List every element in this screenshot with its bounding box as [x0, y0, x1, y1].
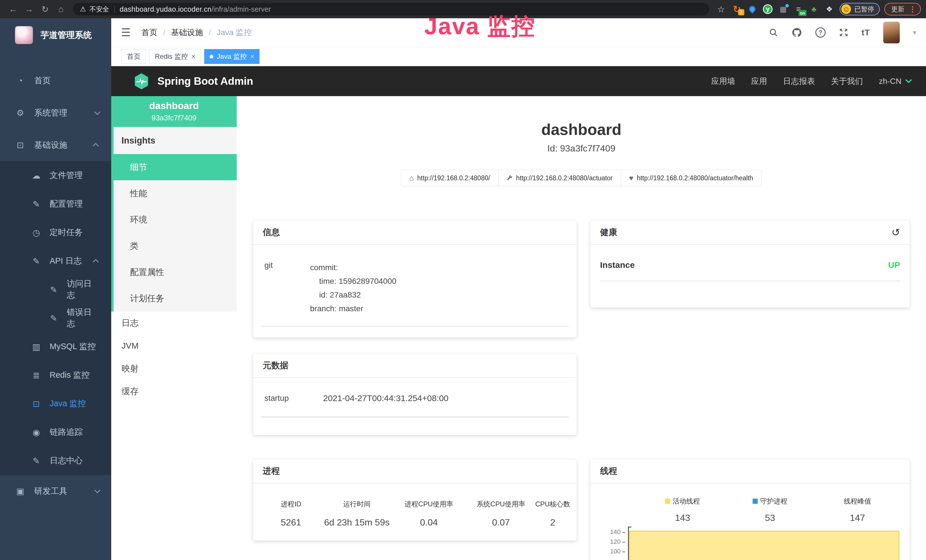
threads-values: 143 53 147 — [639, 513, 901, 523]
close-icon[interactable]: × — [250, 53, 254, 60]
sba-nav-about[interactable]: 关于我们 — [831, 76, 863, 87]
sba-menu-loggers[interactable]: 日志 — [111, 312, 237, 334]
sidebar-item-error-logs[interactable]: ✎ 错误日志 — [0, 304, 111, 332]
sba-menu-classes[interactable]: 类 — [113, 233, 237, 259]
sidebar-item-java-monitor[interactable]: ⊡ Java 监控 — [0, 389, 111, 418]
sprout-extension-icon[interactable]: ♣ — [809, 4, 819, 14]
actuator-url-button[interactable]: http://192.168.0.2:48080/actuator — [498, 170, 621, 186]
sidebar-item-home[interactable]: ◔ 首页 — [0, 65, 111, 97]
legend-peak-threads: 线程峰值 — [814, 496, 901, 506]
health-instance-row[interactable]: Instance UP — [600, 260, 900, 281]
tab-home[interactable]: 首页 — [121, 49, 146, 64]
chevron-down-icon — [94, 109, 100, 115]
spring-boot-admin-logo — [133, 73, 150, 90]
sidebar-item-log-center[interactable]: ✎ 日志中心 — [0, 446, 111, 475]
font-size-icon[interactable]: tT — [861, 28, 870, 37]
sidebar-item-scheduled-tasks[interactable]: ◷ 定时任务 — [0, 218, 111, 247]
sba-main-content: dashboard Id: 93a3fc7f7409 ⌂ http://192.… — [237, 96, 926, 560]
metadata-card: 元数据 startup 2021-04-27T00:44:31.254+08:0… — [253, 354, 576, 435]
sba-menu-jvm[interactable]: JVM — [111, 334, 237, 357]
sba-brand[interactable]: Spring Boot Admin — [157, 75, 253, 87]
security-warning-icon[interactable]: ⚠ — [80, 5, 86, 13]
sidebar-item-infrastructure[interactable]: ⊡ 基础设施 — [0, 129, 111, 161]
breadcrumb-infrastructure[interactable]: 基础设施 — [171, 27, 203, 38]
sba-nav-journal[interactable]: 日志报表 — [783, 76, 815, 87]
chevron-up-icon — [93, 143, 99, 149]
col-header-process-cpu: 进程CPU使用率 — [390, 499, 468, 509]
tab-redis-monitor[interactable]: Redis 监控 × — [150, 49, 201, 64]
github-icon[interactable] — [791, 27, 802, 38]
extension-count-badge: 1 — [738, 9, 744, 15]
y-extension-icon[interactable]: y — [763, 4, 773, 14]
edit-icon: ✎ — [30, 199, 43, 209]
breadcrumb-home[interactable]: 首页 — [141, 27, 157, 38]
sidebar-item-trace[interactable]: ◉ 链路追踪 — [0, 418, 111, 446]
sba-section-insights: Insights — [113, 127, 237, 154]
sba-menu-mappings[interactable]: 映射 — [111, 357, 237, 380]
value-uptime: 6d 23h 15m 59s — [324, 517, 390, 528]
fullscreen-icon[interactable] — [839, 28, 849, 37]
refresh-extension-icon[interactable]: ↻ 1 — [732, 4, 742, 14]
document-edit-icon: ✎ — [47, 313, 60, 323]
forward-icon[interactable]: → — [21, 4, 37, 14]
grid-extension-icon[interactable]: ▦ — [778, 4, 788, 14]
chrome-update-button[interactable]: 更新 ⋮ — [884, 3, 921, 15]
history-icon[interactable]: ↺ — [891, 227, 900, 239]
sba-menu-details[interactable]: 细节 — [113, 154, 237, 180]
search-icon[interactable] — [769, 28, 778, 37]
col-header-uptime: 运行时间 — [324, 499, 390, 509]
cloud-upload-icon: ☁ — [30, 171, 43, 180]
page-title: dashboard — [237, 120, 926, 139]
health-card-title: 健康 — [600, 227, 617, 238]
sba-menu-scheduled-tasks[interactable]: 计划任务 — [113, 285, 237, 312]
tab-java-monitor[interactable]: Java 监控 × — [204, 49, 260, 64]
document-edit-icon: ✎ — [30, 456, 43, 466]
sba-menu-environment[interactable]: 环境 — [113, 207, 237, 233]
eye-icon: ◉ — [30, 427, 43, 437]
address-bar[interactable]: ⚠ 不安全 dashboard.yudao.iocoder.cn /infra/… — [73, 3, 709, 15]
browser-home-icon[interactable]: ⌂ — [53, 4, 69, 14]
bookmark-star-icon[interactable]: ☆ — [717, 4, 725, 14]
health-url-button[interactable]: ♥ http://192.168.0.2:48080/actuator/heal… — [621, 170, 761, 186]
sba-menu-caches[interactable]: 缓存 — [111, 380, 237, 403]
profile-paused-label: 已暂停 — [855, 5, 874, 14]
sidebar-item-access-logs[interactable]: ✎ 访问日志 — [0, 275, 111, 304]
extension-on-badge: on — [799, 10, 806, 16]
sidebar-item-config-management[interactable]: ✎ 配置管理 — [0, 190, 111, 218]
sidebar-item-file-management[interactable]: ☁ 文件管理 — [0, 161, 111, 190]
switch-extension-icon[interactable]: ≡ on — [793, 4, 803, 14]
sba-menu-config-props[interactable]: 配置属性 — [113, 259, 237, 285]
help-icon[interactable]: ? — [816, 27, 826, 38]
sidebar-item-mysql-monitor[interactable]: ▥ MySQL 监控 — [0, 332, 111, 361]
sidebar-item-redis-monitor[interactable]: ≣ Redis 监控 — [0, 361, 111, 389]
security-label: 不安全 — [89, 5, 109, 14]
sba-menu-metrics[interactable]: 性能 — [113, 180, 237, 207]
sidebar-item-system-management[interactable]: ⚙ 系统管理 — [0, 97, 111, 129]
sidebar-item-api-logs[interactable]: ✎ API 日志 — [0, 247, 111, 275]
y-tick-100: 100 — [607, 548, 625, 555]
instance-id-line: Id: 93a3fc7f7409 — [237, 143, 926, 154]
extensions-puzzle-icon[interactable]: ❖ — [824, 4, 834, 14]
pin-extension-icon[interactable] — [747, 4, 758, 14]
sba-nav-wallboard[interactable]: 应用墙 — [711, 76, 735, 87]
instance-url-group: ⌂ http://192.168.0.2:48080/ http://192.1… — [237, 170, 926, 186]
sba-instance-header[interactable]: dashboard 93a3fc7f7409 — [111, 96, 237, 127]
app-logo-row[interactable]: 芋道管理系统 — [0, 18, 111, 52]
sba-nav-applications[interactable]: 应用 — [751, 76, 767, 87]
value-cpus: 2 — [534, 517, 572, 528]
reload-icon[interactable]: ↻ — [37, 4, 53, 14]
sidebar-item-dev-tools[interactable]: ▣ 研发工具 — [0, 475, 111, 507]
browser-menu-icon[interactable]: ⋮ — [909, 5, 916, 14]
service-url-button[interactable]: ⌂ http://192.168.0.2:48080/ — [401, 170, 498, 186]
hamburger-icon[interactable]: ☰ — [121, 26, 131, 39]
value-system-cpu: 0.07 — [468, 517, 534, 528]
close-icon[interactable]: × — [191, 53, 195, 60]
sba-locale-select[interactable]: zh-CN — [879, 77, 912, 86]
url-domain: dashboard.yudao.iocoder.cn — [120, 5, 212, 14]
user-avatar[interactable] — [883, 22, 900, 43]
blue-swatch-icon — [753, 499, 758, 504]
back-icon[interactable]: ← — [5, 4, 21, 14]
value-peak-threads: 147 — [814, 513, 901, 523]
browser-profile-chip[interactable]: ☺ 已暂停 — [840, 3, 880, 15]
avatar-caret-icon[interactable]: ▾ — [913, 29, 916, 36]
